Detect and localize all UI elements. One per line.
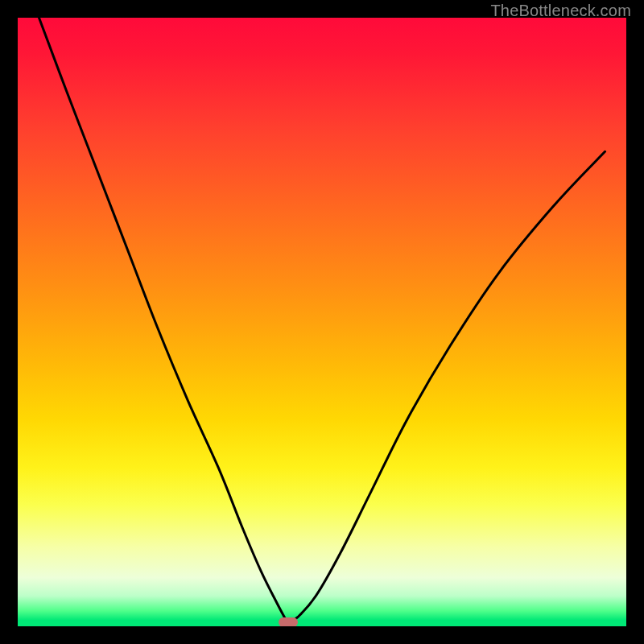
curve-right-branch: [288, 151, 605, 622]
minimum-marker: [279, 617, 298, 626]
bottleneck-curve: [18, 18, 626, 626]
watermark-text: TheBottleneck.com: [490, 2, 631, 20]
plot-area: [18, 18, 626, 626]
curve-left-branch: [39, 18, 288, 622]
outer-frame: TheBottleneck.com: [0, 0, 644, 644]
